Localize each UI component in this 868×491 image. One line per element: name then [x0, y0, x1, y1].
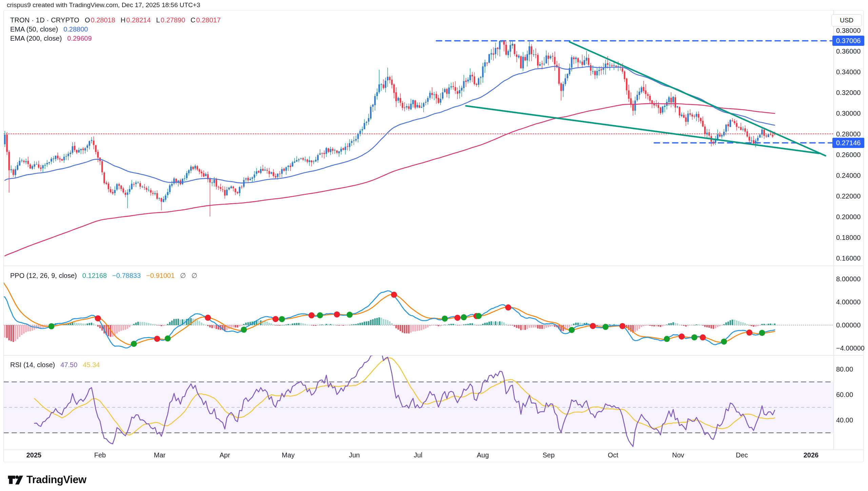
- close-value: C0.28017: [191, 16, 221, 24]
- ppo-tick-label: 0.00000: [836, 321, 861, 329]
- chart-canvas[interactable]: [0, 0, 868, 491]
- tradingview-screenshot: crispus9 created with TradingView.com, D…: [0, 0, 868, 491]
- time-axis-label: Jun: [339, 451, 370, 459]
- ppo-empty-icon: ∅: [180, 271, 186, 280]
- ppo-line-value: −0.78833: [112, 272, 141, 280]
- ema50-value: 0.28800: [63, 25, 88, 33]
- rsi-label: RSI (14, close): [10, 361, 55, 369]
- symbol-legend-row[interactable]: TRON · 1D · CRYPTO O0.28018 H0.28214 L0.…: [10, 16, 221, 24]
- ppo-label: PPO (12, 26, 9, close): [10, 272, 77, 280]
- rsi-value: 47.50: [60, 361, 77, 369]
- ppo-empty-icon: ∅: [191, 271, 197, 280]
- high-value: H0.28214: [121, 16, 151, 24]
- price-pane-legend[interactable]: TRON · 1D · CRYPTO O0.28018 H0.28214 L0.…: [10, 16, 221, 42]
- tradingview-logo-text: TradingView: [26, 474, 86, 486]
- time-axis-label: Aug: [468, 451, 498, 459]
- price-tick-label: 0.28000: [836, 130, 861, 138]
- price-tick-label: 0.34000: [836, 68, 861, 76]
- time-axis-label: Oct: [598, 451, 628, 459]
- ppo-tick-label: −4.00000: [836, 344, 865, 352]
- price-tick-label: 0.16000: [836, 254, 861, 262]
- time-axis-label: Feb: [85, 451, 115, 459]
- ema50-legend-row[interactable]: EMA (50, close) 0.28800: [10, 25, 221, 33]
- price-tick-label: 0.32000: [836, 89, 861, 97]
- price-tick-label: 0.30000: [836, 109, 861, 117]
- price-tick-label: 0.36000: [836, 47, 861, 55]
- ppo-legend-row[interactable]: PPO (12, 26, 9, close) 0.12168 −0.78833 …: [10, 271, 197, 280]
- rsi-tick-label: 60.00: [836, 391, 853, 399]
- open-value: O0.28018: [85, 16, 115, 24]
- time-axis-label: 2026: [796, 451, 826, 459]
- ppo-tick-label: 4.00000: [836, 298, 861, 306]
- currency-selector[interactable]: USD: [831, 14, 862, 26]
- time-axis-label: Apr: [210, 451, 240, 459]
- rsi-legend-row[interactable]: RSI (14, close) 47.50 45.34: [10, 361, 100, 369]
- symbol-title: TRON · 1D · CRYPTO: [10, 16, 79, 24]
- rsi-ma-value: 45.34: [83, 361, 100, 369]
- price-tick-label: 0.20000: [836, 213, 861, 221]
- ema200-value: 0.29609: [67, 35, 92, 42]
- tradingview-logo[interactable]: TradingView: [7, 474, 86, 486]
- ppo-hist-value: 0.12168: [82, 272, 107, 280]
- rsi-tick-label: 80.00: [836, 365, 853, 373]
- price-badge-high: 0.37006: [832, 36, 864, 46]
- tradingview-logo-icon: [7, 474, 23, 486]
- time-axis-label: Jul: [403, 451, 433, 459]
- time-axis-label: May: [273, 451, 303, 459]
- price-tick-label: 0.24000: [836, 171, 861, 180]
- price-tick-label: 0.26000: [836, 151, 861, 159]
- ppo-pane-legend[interactable]: PPO (12, 26, 9, close) 0.12168 −0.78833 …: [10, 271, 197, 280]
- time-axis-label: Nov: [663, 451, 693, 459]
- ema200-legend-row[interactable]: EMA (200, close) 0.29609: [10, 35, 221, 42]
- price-tick-label: 0.38000: [836, 26, 861, 35]
- time-axis-label: Dec: [727, 451, 757, 459]
- attribution-text: crispus9 created with TradingView.com, D…: [7, 1, 200, 9]
- time-axis-label: 2025: [19, 451, 49, 459]
- rsi-tick-label: 40.00: [836, 416, 853, 424]
- time-axis-label: Mar: [144, 451, 175, 459]
- price-tick-label: 0.22000: [836, 192, 861, 200]
- rsi-pane-legend[interactable]: RSI (14, close) 47.50 45.34: [10, 361, 100, 369]
- ppo-signal-value: −0.91001: [146, 272, 175, 280]
- ppo-tick-label: 8.00000: [836, 275, 861, 283]
- price-tick-label: 0.18000: [836, 233, 861, 242]
- ema50-label: EMA (50, close): [10, 25, 58, 33]
- ema200-label: EMA (200, close): [10, 35, 62, 42]
- low-value: L0.27890: [156, 16, 185, 24]
- time-axis-label: Sep: [533, 451, 564, 459]
- price-badge-low: 0.27146: [832, 138, 864, 148]
